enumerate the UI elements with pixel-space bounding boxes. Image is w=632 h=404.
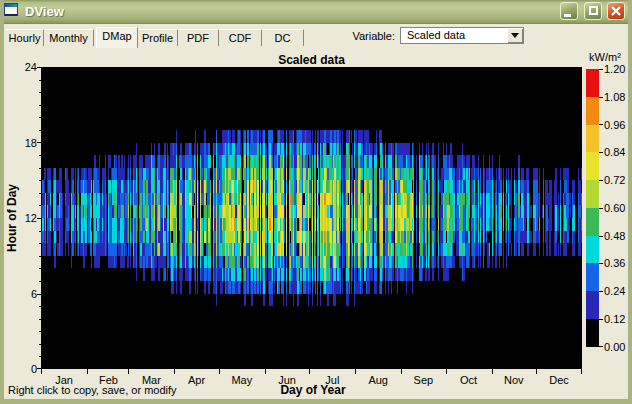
svg-text:6: 6 (31, 288, 37, 300)
svg-text:0: 0 (31, 363, 37, 375)
svg-text:24: 24 (25, 61, 37, 73)
svg-text:1.08: 1.08 (604, 91, 625, 103)
svg-text:0.72: 0.72 (604, 174, 625, 186)
svg-text:May: May (231, 374, 252, 386)
svg-text:Nov: Nov (504, 374, 524, 386)
svg-text:0.48: 0.48 (604, 230, 625, 242)
svg-text:Day of Year: Day of Year (280, 383, 345, 397)
svg-text:Dec: Dec (549, 374, 569, 386)
svg-text:18: 18 (25, 137, 37, 149)
svg-text:0.60: 0.60 (604, 202, 625, 214)
svg-text:0.96: 0.96 (604, 119, 625, 131)
svg-text:0.84: 0.84 (604, 146, 625, 158)
svg-text:Aug: Aug (368, 374, 388, 386)
svg-text:1.20: 1.20 (604, 63, 625, 75)
svg-text:Sep: Sep (414, 374, 434, 386)
svg-text:0.24: 0.24 (604, 285, 625, 297)
svg-text:Oct: Oct (460, 374, 477, 386)
svg-text:Right click to copy, save, or: Right click to copy, save, or modify (8, 384, 177, 396)
svg-text:Apr: Apr (188, 374, 205, 386)
svg-text:Scaled data: Scaled data (278, 53, 345, 67)
svg-text:0.36: 0.36 (604, 257, 625, 269)
svg-text:Hour of Day: Hour of Day (5, 184, 19, 252)
svg-text:kW/m²: kW/m² (589, 51, 621, 63)
svg-text:12: 12 (25, 212, 37, 224)
svg-text:0.12: 0.12 (604, 313, 625, 325)
svg-text:0.00: 0.00 (604, 341, 625, 353)
